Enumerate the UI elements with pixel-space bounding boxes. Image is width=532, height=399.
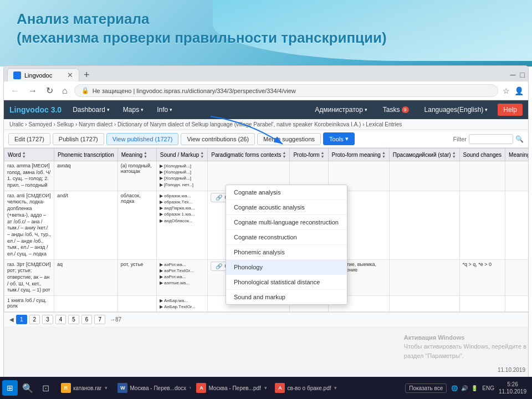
col-proto-meaning[interactable]: Proto-form meaning ▲▼ bbox=[328, 149, 389, 161]
col-sound-changes: Sound changes bbox=[459, 149, 505, 161]
dropdown-sound-markup[interactable]: Sound and markup bbox=[226, 290, 347, 304]
network-icon[interactable]: 🌐 bbox=[451, 385, 458, 391]
meaning-sort[interactable]: ▲▼ bbox=[144, 151, 147, 158]
cell-meaning: (а) голодный, натощак bbox=[117, 161, 156, 191]
browser-tabs-bar: Lingvodoc ✕ + ─ □ bbox=[4, 66, 528, 81]
page-4[interactable]: 4 bbox=[55, 315, 66, 324]
taskbar-app-docx[interactable]: W Москва - Перев...docx ▾ bbox=[113, 381, 191, 395]
word-icon: W bbox=[117, 383, 127, 393]
nav-tasks[interactable]: Tasks 9 bbox=[377, 103, 415, 117]
maps-caret: ▾ bbox=[141, 107, 144, 112]
tab-controls: ─ □ bbox=[510, 70, 525, 79]
col-star[interactable]: Прасамодийский (star) ▲▼ bbox=[389, 149, 459, 161]
filter-label: Filter bbox=[453, 136, 467, 142]
dropdown-cognate-analysis[interactable]: Cognate analysis bbox=[226, 185, 347, 200]
col-meaning[interactable]: Meaning ▲▼ bbox=[117, 149, 156, 161]
taskbar-start: ⊞ 🔍 ⊡ bbox=[2, 380, 53, 396]
search-taskbar[interactable]: 🔍 bbox=[20, 380, 35, 396]
show-all-button[interactable]: Показать все bbox=[405, 383, 447, 393]
dropdown-cognate-multilang[interactable]: Cognate multi-language reconstruction bbox=[226, 215, 347, 230]
col-proto-form[interactable]: Proto-form ▲▼ bbox=[290, 149, 328, 161]
cell-word: газ. amma [МЕОИ] голод, амна /об. Ч/ 1. … bbox=[4, 161, 54, 191]
dropdown-cognate-reconstruction[interactable]: Cognate reconstruction bbox=[226, 230, 347, 245]
pdf-icon-1: A bbox=[196, 383, 206, 393]
dropdown-phonemic-analysis[interactable]: Phonemic analysis bbox=[226, 245, 347, 260]
back-button[interactable]: ← bbox=[8, 85, 22, 97]
start-button[interactable]: ⊞ bbox=[2, 380, 18, 396]
page-prev[interactable]: ◀ bbox=[9, 316, 14, 323]
restore-button[interactable]: □ bbox=[520, 70, 525, 79]
forward-button[interactable]: → bbox=[26, 85, 39, 97]
cell-sound: ▶ аэРот.wa... ▶ аэРот.ТextGr... ▶ аэРот.… bbox=[156, 259, 208, 295]
volume-icon[interactable]: 🔊 bbox=[461, 385, 468, 391]
profile-icon[interactable]: 👤 bbox=[514, 86, 524, 95]
taskbar-app-rar[interactable]: R катанов.rar ▾ bbox=[57, 381, 112, 395]
page-5[interactable]: 5 bbox=[68, 315, 79, 324]
merge-button[interactable]: Merge suggestions bbox=[257, 133, 321, 145]
address-box[interactable]: 🔒 Не защищено | lingvodoc.ispras.ru/dict… bbox=[74, 84, 498, 97]
cell-star bbox=[389, 296, 459, 312]
cell-sound-changes bbox=[459, 296, 505, 312]
nav-help[interactable]: Help bbox=[498, 104, 523, 116]
nav-languages[interactable]: Languages(English) ▾ bbox=[419, 103, 494, 117]
nav-admin[interactable]: Администратор ▾ bbox=[309, 103, 373, 117]
cell-meaning-change bbox=[505, 259, 528, 295]
page-7[interactable]: 7 bbox=[94, 315, 105, 324]
cell-word: газ. anti [СМДЕОИ] челюсть, лодка-долбле… bbox=[4, 191, 54, 259]
filter-input[interactable] bbox=[469, 134, 513, 144]
page-6[interactable]: 6 bbox=[81, 315, 93, 324]
address-bar-icons: ☆ 👤 bbox=[503, 86, 524, 95]
task-view[interactable]: ⊡ bbox=[38, 380, 53, 396]
app-logo: Lingvodoc 3.0 bbox=[9, 105, 62, 114]
taskbar-app-pdf2[interactable]: A св-во о браке.pdf ▾ bbox=[270, 381, 341, 395]
paradigm-sort[interactable]: ▲▼ bbox=[282, 151, 286, 158]
page-1[interactable]: 1 bbox=[16, 315, 27, 324]
word-sort[interactable]: ▲▼ bbox=[22, 151, 26, 158]
minimize-button[interactable]: ─ bbox=[510, 70, 516, 79]
col-paradigm[interactable]: Paradigmatic forms contexts ▲▼ bbox=[208, 149, 290, 161]
cell-word: 1 книга /об./ сущ. ролк bbox=[4, 296, 54, 312]
taskbar-sys-icons: 🌐 🔊 🔋 bbox=[451, 385, 478, 391]
col-word[interactable]: Word ▲▼ bbox=[4, 149, 54, 161]
cell-meaning bbox=[117, 296, 156, 312]
cell-meaning: рот, устье bbox=[117, 259, 156, 295]
sound-sort[interactable]: ▲▼ bbox=[200, 151, 204, 158]
cell-star bbox=[389, 191, 459, 259]
home-button[interactable]: ⌂ bbox=[60, 85, 70, 97]
browser-tab-active[interactable]: Lingvodoc ✕ bbox=[7, 68, 79, 81]
tab-close-button[interactable]: ✕ bbox=[67, 71, 73, 79]
taskbar-apps: R катанов.rar ▾ W Москва - Перев...docx … bbox=[57, 381, 404, 395]
cell-star bbox=[389, 161, 459, 191]
search-icon[interactable]: 🔍 bbox=[515, 135, 524, 143]
proto-sort[interactable]: ▲▼ bbox=[321, 151, 325, 158]
bookmark-icon[interactable]: ☆ bbox=[503, 86, 510, 95]
col-sound[interactable]: Sound / Markup ▲▼ bbox=[156, 149, 208, 161]
taskbar-app-pdf1[interactable]: A Москва - Перев...pdf ▾ bbox=[192, 381, 269, 395]
proto-meaning-sort[interactable]: ▲▼ bbox=[382, 151, 386, 158]
edit-button[interactable]: Edit (1727) bbox=[8, 133, 50, 145]
reload-button[interactable]: ↻ bbox=[44, 84, 55, 97]
cell-meaning-change bbox=[505, 296, 528, 312]
nav-maps[interactable]: Maps ▾ bbox=[117, 103, 149, 117]
tools-button[interactable]: Tools ▾ bbox=[323, 132, 355, 145]
star-sort[interactable]: ▲▼ bbox=[452, 151, 456, 158]
new-tab-button[interactable]: + bbox=[80, 69, 93, 81]
tools-dropdown: Cognate analysis Cognate acoustic analys… bbox=[226, 185, 347, 305]
cell-sound: ▶ образок.wa... ▶ образок.Тex... ▶ андПа… bbox=[156, 191, 208, 259]
nav-info[interactable]: Info ▾ bbox=[151, 103, 178, 117]
security-icon: 🔒 bbox=[81, 87, 89, 94]
dropdown-phonology[interactable]: Phonology bbox=[226, 260, 347, 275]
col-meaning-change[interactable]: Meaning's change ▲▼ bbox=[505, 149, 528, 161]
view-published-button[interactable]: View published (1727) bbox=[106, 133, 179, 145]
contributions-button[interactable]: View contributions (26) bbox=[181, 133, 255, 145]
keyboard-lang[interactable]: ENG bbox=[482, 385, 494, 391]
dropdown-cognate-acoustic[interactable]: Cognate acoustic analysis bbox=[226, 200, 347, 215]
taskbar-clock[interactable]: 5:26 11.10.2019 bbox=[499, 381, 526, 395]
page-2[interactable]: 2 bbox=[29, 315, 40, 324]
publish-button[interactable]: Publish (1727) bbox=[53, 133, 104, 145]
dashboard-caret: ▾ bbox=[107, 107, 110, 112]
page-3[interactable]: 3 bbox=[42, 315, 53, 324]
dropdown-phonological-distance[interactable]: Phonological statistical distance bbox=[226, 275, 347, 290]
nav-dashboard[interactable]: Dashboard ▾ bbox=[67, 103, 115, 117]
nav-right: Администратор ▾ Tasks 9 Languages(Englis… bbox=[309, 103, 523, 117]
